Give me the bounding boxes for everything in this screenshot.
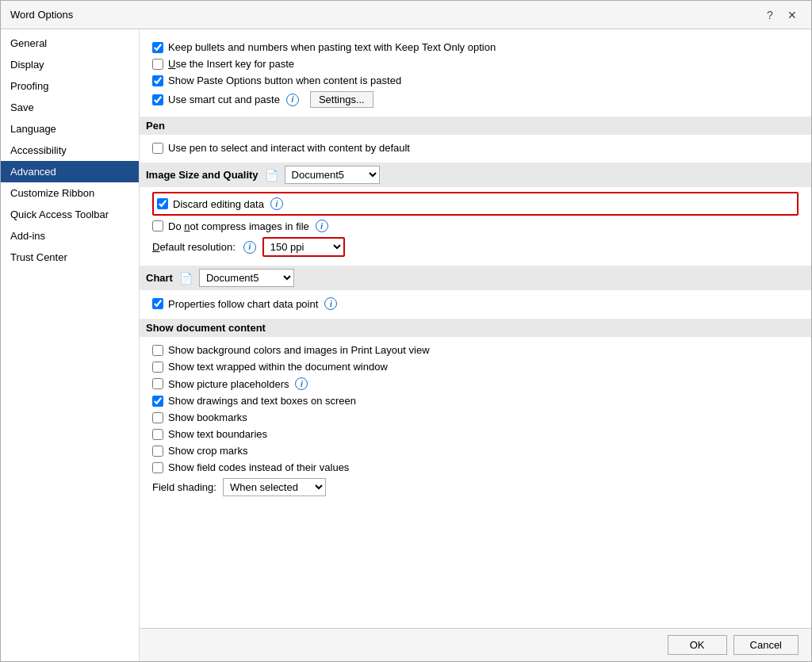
discard-editing-label: Discard editing data: [173, 198, 264, 210]
show-field-codes-row: Show field codes instead of their values: [152, 459, 799, 476]
no-compress-checkbox[interactable]: [152, 220, 163, 232]
sidebar-item-customize-ribbon[interactable]: Customize Ribbon: [1, 182, 139, 204]
show-crop-marks-checkbox[interactable]: [152, 446, 163, 457]
show-paste-checkbox[interactable]: [152, 75, 163, 86]
settings-button[interactable]: Settings...: [310, 91, 373, 108]
show-bg-colors-row: Show background colors and images in Pri…: [152, 342, 799, 358]
smart-cut-label: Use smart cut and paste: [168, 94, 280, 105]
properties-follow-checkbox[interactable]: [152, 298, 163, 309]
image-section-title: Image Size and Quality: [146, 169, 259, 181]
title-bar-controls: ? ✕: [760, 6, 802, 25]
picture-placeholders-info-icon[interactable]: i: [295, 377, 308, 390]
sidebar-item-accessibility[interactable]: Accessibility: [1, 140, 139, 161]
resolution-info-icon[interactable]: i: [243, 241, 256, 254]
show-bg-colors-label: Show background colors and images in Pri…: [168, 344, 430, 356]
resolution-row: Default resolution: i 96 ppi 150 ppi 220…: [152, 235, 799, 259]
sidebar-item-proofing[interactable]: Proofing: [1, 75, 139, 97]
show-bookmarks-label: Show bookmarks: [168, 411, 247, 423]
cut-copy-paste-options: Keep bullets and numbers when pasting te…: [152, 39, 799, 110]
show-paste-label: Show Paste Options button when content i…: [168, 75, 401, 86]
scrollable-content: Keep bullets and numbers when pasting te…: [140, 29, 811, 628]
show-field-codes-label: Show field codes instead of their values: [168, 461, 349, 473]
smart-cut-info-icon[interactable]: i: [286, 94, 299, 106]
show-drawings-row: Show drawings and text boxes on screen: [152, 392, 799, 409]
smart-cut-checkbox[interactable]: [152, 94, 163, 105]
show-picture-placeholders-row: Show picture placeholders i: [152, 375, 799, 392]
title-bar: Word Options ? ✕: [1, 1, 811, 29]
properties-follow-label: Properties follow chart data point: [168, 298, 318, 310]
resolution-label: Default resolution:: [152, 241, 236, 253]
sidebar-item-save[interactable]: Save: [1, 97, 139, 118]
chart-document-select[interactable]: Document5: [199, 269, 294, 287]
show-bg-colors-checkbox[interactable]: [152, 345, 163, 356]
ok-button[interactable]: OK: [668, 635, 727, 655]
chart-section-header: Chart 📄 Document5: [140, 266, 811, 290]
sidebar: General Display Proofing Save Language A…: [1, 29, 140, 661]
show-text-boundaries-row: Show text boundaries: [152, 426, 799, 442]
sidebar-item-trust-center[interactable]: Trust Center: [1, 247, 139, 268]
show-picture-placeholders-label: Show picture placeholders: [168, 378, 289, 390]
use-pen-checkbox[interactable]: [152, 143, 163, 154]
properties-follow-row: Properties follow chart data point i: [152, 295, 799, 312]
discard-editing-row: Discard editing data i: [157, 195, 794, 212]
field-shading-select[interactable]: Never Always When selected: [223, 478, 326, 496]
show-text-boundaries-label: Show text boundaries: [168, 428, 267, 440]
show-text-boundaries-checkbox[interactable]: [152, 429, 163, 440]
smart-cut-row: Use smart cut and paste i Settings...: [152, 89, 799, 110]
sidebar-item-general[interactable]: General: [1, 33, 139, 54]
keep-bullets-label: Keep bullets and numbers when pasting te…: [168, 41, 496, 53]
show-bookmarks-row: Show bookmarks: [152, 409, 799, 426]
field-shading-row: Field shading: Never Always When selecte…: [152, 476, 799, 499]
chart-doc-icon: 📄: [179, 272, 193, 285]
no-compress-label: Do not compress images in file: [168, 220, 309, 232]
resolution-select[interactable]: 96 ppi 150 ppi 220 ppi 330 ppi High Fide…: [264, 239, 343, 255]
image-doc-icon: 📄: [265, 169, 278, 182]
sidebar-item-language[interactable]: Language: [1, 118, 139, 140]
show-bookmarks-checkbox[interactable]: [152, 412, 163, 423]
use-insert-row: Use the Insert key for paste: [152, 55, 799, 72]
cancel-button[interactable]: Cancel: [733, 635, 799, 655]
discard-editing-info-icon[interactable]: i: [270, 197, 283, 210]
no-compress-info-icon[interactable]: i: [316, 220, 328, 232]
dialog-title: Word Options: [10, 9, 73, 21]
show-crop-marks-label: Show crop marks: [168, 445, 247, 457]
show-crop-marks-row: Show crop marks: [152, 442, 799, 459]
sidebar-item-quick-access[interactable]: Quick Access Toolbar: [1, 204, 139, 225]
keep-bullets-row: Keep bullets and numbers when pasting te…: [152, 39, 799, 55]
word-options-dialog: Word Options ? ✕ General Display Proofin…: [0, 0, 812, 662]
show-picture-placeholders-checkbox[interactable]: [152, 378, 163, 389]
show-drawings-label: Show drawings and text boxes on screen: [168, 395, 356, 407]
chart-section-title: Chart: [146, 272, 173, 284]
show-document-section-header: Show document content: [140, 319, 811, 337]
use-pen-row: Use pen to select and interact with cont…: [152, 140, 799, 156]
use-insert-label: Use the Insert key for paste: [168, 58, 294, 70]
discard-editing-checkbox[interactable]: [157, 198, 168, 209]
keep-bullets-checkbox[interactable]: [152, 42, 163, 53]
content-area: Keep bullets and numbers when pasting te…: [140, 29, 811, 661]
pen-section-header: Pen: [140, 117, 811, 135]
close-button[interactable]: ✕: [783, 6, 802, 25]
dialog-body: General Display Proofing Save Language A…: [1, 29, 811, 661]
resolution-dropdown-wrapper: 96 ppi 150 ppi 220 ppi 330 ppi High Fide…: [262, 237, 345, 257]
use-pen-label: Use pen to select and interact with cont…: [168, 142, 410, 154]
show-drawings-checkbox[interactable]: [152, 396, 163, 407]
show-text-wrapped-checkbox[interactable]: [152, 362, 163, 373]
no-compress-row: Do not compress images in file i: [152, 217, 799, 235]
help-button[interactable]: ?: [760, 6, 779, 25]
discard-editing-highlighted: Discard editing data i: [152, 192, 799, 216]
use-insert-checkbox[interactable]: [152, 59, 163, 70]
sidebar-item-add-ins[interactable]: Add-ins: [1, 225, 139, 247]
show-text-wrapped-row: Show text wrapped within the document wi…: [152, 358, 799, 375]
title-bar-left: Word Options: [10, 9, 73, 21]
properties-follow-info-icon[interactable]: i: [324, 297, 337, 310]
show-paste-row: Show Paste Options button when content i…: [152, 72, 799, 89]
sidebar-item-advanced[interactable]: Advanced: [1, 161, 139, 182]
show-text-wrapped-label: Show text wrapped within the document wi…: [168, 361, 388, 373]
show-field-codes-checkbox[interactable]: [152, 462, 163, 473]
field-shading-label: Field shading:: [152, 481, 216, 493]
image-document-select[interactable]: Document5: [285, 166, 380, 184]
image-section-header: Image Size and Quality 📄 Document5: [140, 163, 811, 187]
dialog-footer: OK Cancel: [140, 628, 811, 661]
sidebar-item-display[interactable]: Display: [1, 54, 139, 75]
